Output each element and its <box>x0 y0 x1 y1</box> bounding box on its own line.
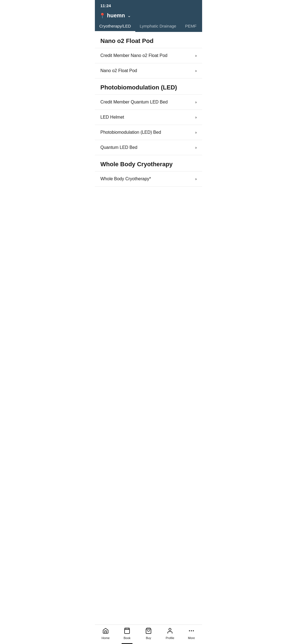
status-time: 11:24 <box>100 3 111 8</box>
list-item-quantum-led-bed[interactable]: Quantum LED Bed › <box>95 140 202 155</box>
list-item-led-helmet[interactable]: LED Helmet › <box>95 110 202 125</box>
section-nano-float: Nano o2 Float Pod Credit Member Nano o2 … <box>95 32 202 78</box>
location-name[interactable]: huemn <box>107 12 125 19</box>
list-item-credit-member-nano[interactable]: Credit Member Nano o2 Float Pod › <box>95 48 202 63</box>
list-item-label: Credit Member Quantum LED Bed <box>100 100 168 105</box>
chevron-right-icon: › <box>195 53 197 58</box>
section-title-photobiomodulation: Photobiomodulation (LED) <box>95 78 202 94</box>
section-title-whole-body-cryo: Whole Body Cryotherapy <box>95 155 202 171</box>
list-item-whole-body-cryo[interactable]: Whole Body Cryotherapy* › <box>95 171 202 187</box>
section-photobiomodulation: Photobiomodulation (LED) Credit Member Q… <box>95 78 202 155</box>
main-content: Nano o2 Float Pod Credit Member Nano o2 … <box>95 32 202 209</box>
chevron-right-icon: › <box>195 115 197 119</box>
app-header: 📍 huemn ⌄ <box>95 10 202 19</box>
list-item-nano-float-pod[interactable]: Nano o2 Float Pod › <box>95 63 202 78</box>
chevron-down-icon[interactable]: ⌄ <box>127 13 131 18</box>
chevron-right-icon: › <box>195 69 197 73</box>
list-item-label: Nano o2 Float Pod <box>100 68 137 73</box>
section-whole-body-cryo: Whole Body Cryotherapy Whole Body Cryoth… <box>95 155 202 187</box>
list-item-label: LED Helmet <box>100 115 124 120</box>
list-item-label: Photobiomodulation (LED) Bed <box>100 130 161 135</box>
location-icon: 📍 <box>99 13 105 19</box>
chevron-right-icon: › <box>195 100 197 104</box>
list-item-label: Quantum LED Bed <box>100 145 137 150</box>
section-title-nano-float: Nano o2 Float Pod <box>95 32 202 48</box>
list-item-label: Credit Member Nano o2 Float Pod <box>100 53 167 58</box>
chevron-right-icon: › <box>195 177 197 181</box>
tab-pemf[interactable]: PEMF <box>181 21 201 32</box>
tab-cryotherapy-led[interactable]: Cryotherapy/LED <box>95 21 135 32</box>
status-bar: 11:24 <box>95 0 202 10</box>
category-tabs: Cryotherapy/LED Lymphatic Drainage PEMF <box>95 19 202 32</box>
list-item-credit-member-quantum[interactable]: Credit Member Quantum LED Bed › <box>95 94 202 110</box>
chevron-right-icon: › <box>195 130 197 135</box>
list-item-label: Whole Body Cryotherapy* <box>100 176 151 181</box>
chevron-right-icon: › <box>195 145 197 150</box>
tab-lymphatic-drainage[interactable]: Lymphatic Drainage <box>135 21 181 32</box>
list-item-photobiomodulation-bed[interactable]: Photobiomodulation (LED) Bed › <box>95 125 202 140</box>
